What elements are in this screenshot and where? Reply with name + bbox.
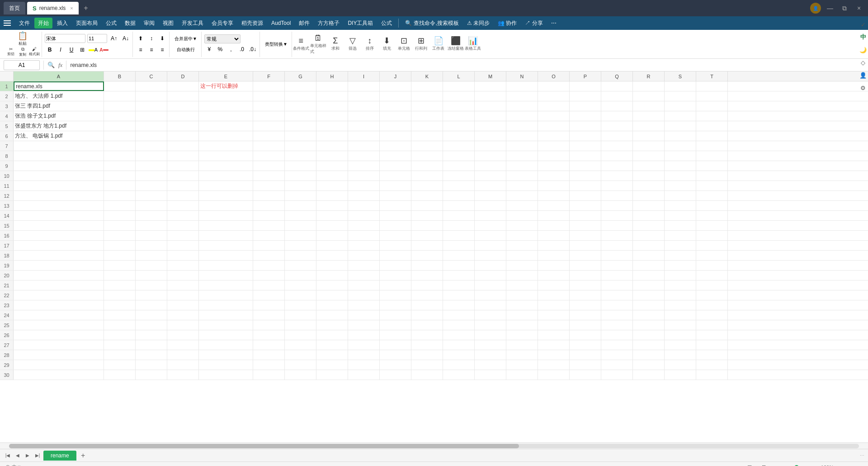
list-item[interactable] — [601, 231, 633, 240]
list-item[interactable] — [443, 231, 475, 240]
list-item[interactable] — [633, 360, 665, 370]
list-item[interactable] — [475, 91, 506, 101]
type-convert-button[interactable]: 类型转换▼ — [263, 39, 290, 49]
list-item[interactable] — [506, 300, 538, 310]
list-item[interactable] — [601, 191, 633, 200]
menu-share[interactable]: ↗ 分享 — [521, 18, 546, 29]
list-item[interactable] — [253, 271, 285, 280]
list-item[interactable] — [665, 161, 696, 171]
col-header-b[interactable]: B — [104, 71, 136, 81]
list-item[interactable] — [538, 320, 570, 330]
list-item[interactable] — [253, 320, 285, 330]
format-paint-button[interactable]: 🖌格式刷 — [29, 47, 40, 57]
list-item[interactable] — [104, 101, 136, 111]
list-item[interactable] — [601, 261, 633, 270]
list-item[interactable] — [570, 360, 601, 370]
list-item[interactable] — [316, 141, 348, 151]
list-item[interactable] — [506, 81, 538, 91]
list-item[interactable] — [475, 221, 506, 230]
list-item[interactable] — [136, 131, 167, 141]
list-item[interactable] — [167, 81, 199, 91]
grid-body[interactable]: 1rename.xls这一行可以删掉2地方、 大法师 1.pdf3张三 李四1.… — [0, 81, 868, 442]
list-item[interactable] — [285, 300, 316, 310]
list-item[interactable] — [167, 300, 199, 310]
list-item[interactable] — [14, 310, 104, 320]
menu-data[interactable]: 数据 — [121, 18, 139, 29]
list-item[interactable] — [475, 340, 506, 350]
list-item[interactable] — [538, 350, 570, 360]
list-item[interactable] — [601, 281, 633, 290]
list-item[interactable] — [199, 310, 253, 320]
list-item[interactable]: 这一行可以删掉 — [199, 81, 253, 91]
list-item[interactable] — [14, 350, 104, 360]
list-item[interactable] — [570, 91, 601, 101]
col-header-p[interactable]: P — [570, 71, 601, 81]
list-item[interactable] — [104, 310, 136, 320]
list-item[interactable] — [443, 281, 475, 290]
col-header-e[interactable]: E — [199, 71, 253, 81]
scrollbar-thumb[interactable] — [9, 444, 519, 448]
list-item[interactable] — [696, 211, 728, 220]
list-item[interactable] — [506, 201, 538, 210]
list-item[interactable] — [570, 81, 601, 91]
list-item[interactable] — [443, 360, 475, 370]
home-tab[interactable]: 首页 — [4, 2, 25, 14]
list-item[interactable] — [285, 131, 316, 141]
list-item[interactable] — [348, 111, 380, 121]
list-item[interactable] — [633, 290, 665, 300]
list-item[interactable] — [167, 241, 199, 250]
new-tab-button[interactable]: + — [80, 3, 91, 14]
list-item[interactable] — [253, 261, 285, 270]
align-middle-button[interactable]: ↕ — [146, 33, 156, 43]
list-item[interactable] — [104, 231, 136, 240]
list-item[interactable] — [380, 201, 411, 210]
list-item[interactable] — [199, 281, 253, 290]
list-item[interactable] — [253, 370, 285, 380]
view-normal-button[interactable]: ▦ — [745, 463, 754, 466]
list-item[interactable] — [380, 141, 411, 151]
list-item[interactable] — [104, 111, 136, 121]
row-number[interactable]: 11 — [0, 181, 14, 190]
list-item[interactable] — [14, 221, 104, 230]
list-item[interactable] — [696, 271, 728, 280]
list-item[interactable] — [411, 211, 443, 220]
list-item[interactable] — [633, 211, 665, 220]
list-item[interactable] — [380, 271, 411, 280]
sheet-tab-rename[interactable]: rename — [43, 451, 76, 461]
list-item[interactable] — [316, 191, 348, 200]
list-item[interactable] — [538, 211, 570, 220]
list-item[interactable] — [538, 141, 570, 151]
col-header-j[interactable]: J — [380, 71, 411, 81]
list-item[interactable] — [104, 360, 136, 370]
list-item[interactable] — [380, 340, 411, 350]
list-item[interactable] — [475, 81, 506, 91]
col-header-o[interactable]: O — [538, 71, 570, 81]
list-item[interactable] — [411, 281, 443, 290]
list-item[interactable] — [167, 251, 199, 260]
list-item[interactable] — [411, 161, 443, 171]
list-item[interactable] — [14, 251, 104, 260]
list-item[interactable] — [506, 251, 538, 260]
list-item[interactable] — [380, 171, 411, 181]
worksheet-button[interactable]: 📄 工作表 — [430, 33, 447, 56]
list-item[interactable] — [665, 101, 696, 111]
list-item[interactable] — [538, 181, 570, 190]
list-item[interactable] — [601, 131, 633, 141]
filter-button[interactable]: ▽ 筛选 — [344, 33, 361, 56]
list-item[interactable] — [665, 261, 696, 270]
menu-layout[interactable]: 页面布局 — [72, 18, 101, 29]
list-item[interactable] — [104, 81, 136, 91]
font-size-input[interactable] — [87, 34, 107, 43]
menu-formula2[interactable]: 公式 — [377, 18, 396, 29]
list-item[interactable] — [316, 360, 348, 370]
list-item[interactable] — [538, 281, 570, 290]
list-item[interactable] — [443, 181, 475, 190]
list-item[interactable] — [538, 221, 570, 230]
list-item[interactable] — [665, 151, 696, 161]
sidebar-icon-4[interactable]: ◇ — [859, 58, 868, 67]
list-item[interactable] — [633, 201, 665, 210]
list-item[interactable] — [285, 191, 316, 200]
list-item[interactable] — [506, 151, 538, 161]
list-item[interactable] — [696, 131, 728, 141]
list-item[interactable] — [443, 350, 475, 360]
